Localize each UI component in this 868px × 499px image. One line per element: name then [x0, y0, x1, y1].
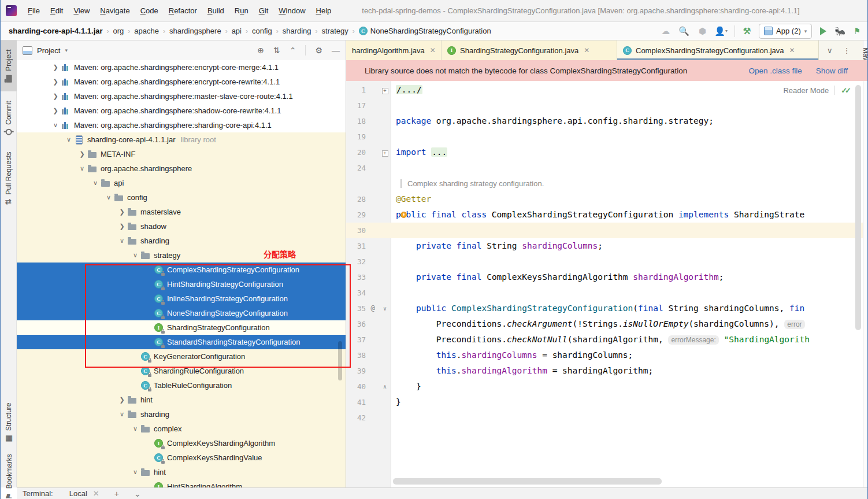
- sidebar-item-structure[interactable]: ▦Structure: [1, 394, 17, 450]
- profile-icon[interactable]: 👤▾: [716, 26, 726, 36]
- editor-vertical-scrollbar[interactable]: [855, 85, 861, 330]
- chevron-expanded-icon[interactable]: ∨: [117, 411, 127, 418]
- tree-row[interactable]: ❯Maven: org.apache.shardingsphere:encryp…: [17, 75, 346, 89]
- tree-row[interactable]: ❯hint: [17, 393, 346, 407]
- sidebar-item-commit[interactable]: Commit: [1, 94, 17, 142]
- breadcrumb-item[interactable]: CNoneShardingStrategyConfiguration: [359, 27, 491, 35]
- sidebar-item-project[interactable]: Project: [1, 40, 17, 91]
- breadcrumb-item[interactable]: apache: [134, 27, 159, 35]
- chevron-down-icon[interactable]: ∨: [827, 46, 833, 55]
- terminal-label[interactable]: Terminal:: [23, 489, 53, 498]
- chevron-collapsed-icon[interactable]: ❯: [50, 93, 61, 100]
- reader-mode-widget[interactable]: Reader Mode ✓✓: [783, 86, 851, 95]
- fold-open-icon[interactable]: ∨: [380, 301, 390, 316]
- chevron-expanded-icon[interactable]: ∨: [117, 237, 127, 245]
- tree-row[interactable]: CComplexKeysShardingValue: [17, 450, 346, 465]
- expand-all-icon[interactable]: ⇅: [273, 46, 280, 55]
- build-hammer-icon[interactable]: ⚒: [743, 26, 751, 36]
- chevron-collapsed-icon[interactable]: ❯: [117, 208, 127, 216]
- fold-plus-icon[interactable]: +: [380, 82, 390, 98]
- more-options-icon[interactable]: ⋮: [843, 46, 851, 55]
- breadcrumb-item[interactable]: strategy: [322, 27, 348, 35]
- fold-plus-icon[interactable]: +: [380, 145, 390, 160]
- chevron-collapsed-icon[interactable]: ❯: [117, 396, 127, 404]
- sidebar-item-pull-requests[interactable]: ⇅Pull Requests: [1, 146, 17, 210]
- close-icon[interactable]: ✕: [584, 46, 589, 54]
- inspections-ok-icon[interactable]: ✓✓: [841, 86, 851, 95]
- chevron-collapsed-icon[interactable]: ❯: [50, 78, 61, 86]
- menu-item-file[interactable]: File: [23, 0, 45, 22]
- terminal-tab-local[interactable]: Local ✕: [69, 489, 99, 498]
- tree-row[interactable]: ❯Maven: org.apache.shardingsphere:master…: [17, 89, 346, 104]
- chevron-down-icon[interactable]: ▾: [65, 47, 68, 53]
- tree-row[interactable]: ∨api: [17, 176, 346, 190]
- tree-row[interactable]: ∨complex: [17, 422, 346, 436]
- chevron-collapsed-icon[interactable]: ❯: [50, 64, 61, 71]
- chevron-collapsed-icon[interactable]: ❯: [50, 107, 61, 114]
- chevron-expanded-icon[interactable]: ∨: [103, 194, 114, 201]
- menu-item-edit[interactable]: Edit: [45, 0, 68, 22]
- close-icon[interactable]: ✕: [93, 489, 99, 498]
- editor-tab[interactable]: IShardingStrategyConfiguration.java✕: [442, 40, 617, 60]
- settings-gear-icon[interactable]: ⚙: [315, 46, 322, 55]
- breadcrumb-item[interactable]: org: [113, 27, 124, 35]
- tree-row[interactable]: ❯Maven: org.apache.shardingsphere:encryp…: [17, 60, 346, 75]
- open-class-file-link[interactable]: Open .class file: [748, 66, 802, 75]
- chevron-expanded-icon[interactable]: ∨: [50, 121, 61, 129]
- run-icon[interactable]: [820, 27, 826, 35]
- new-terminal-icon[interactable]: +: [114, 489, 119, 498]
- tree-row[interactable]: ∨sharding-core-api-4.1.1.jarlibrary root: [17, 132, 346, 147]
- menu-item-help[interactable]: Help: [311, 0, 337, 22]
- reader-mode-label[interactable]: Reader Mode: [783, 86, 829, 95]
- project-panel-title[interactable]: Project: [37, 46, 60, 55]
- coverage-icon[interactable]: ⚑: [854, 26, 859, 36]
- close-icon[interactable]: ✕: [430, 46, 436, 54]
- tree-row[interactable]: ❯Maven: org.apache.shardingsphere:shadow…: [17, 104, 346, 118]
- tree-row[interactable]: CStandardShardingStrategyConfiguration: [17, 335, 346, 349]
- close-icon[interactable]: ✕: [789, 46, 795, 54]
- chevron-expanded-icon[interactable]: ∨: [90, 179, 101, 187]
- chevron-expanded-icon[interactable]: ∨: [130, 252, 140, 259]
- tree-row[interactable]: ∨config: [17, 190, 346, 205]
- tree-row[interactable]: CInlineShardingStrategyConfiguration: [17, 291, 346, 306]
- tree-row[interactable]: ❯masterslave: [17, 205, 346, 219]
- tree-row[interactable]: ❯shadow: [17, 219, 346, 234]
- cloud-icon[interactable]: ☁: [661, 26, 671, 36]
- chevron-expanded-icon[interactable]: ∨: [77, 165, 87, 172]
- breadcrumb-item[interactable]: shardingsphere: [169, 27, 221, 35]
- menu-item-code[interactable]: Code: [135, 0, 164, 22]
- tree-row[interactable]: CShardingRuleConfiguration: [17, 364, 346, 378]
- intention-bulb-icon[interactable]: [400, 212, 407, 218]
- menu-item-build[interactable]: Build: [202, 0, 229, 22]
- tree-row[interactable]: IShardingStrategyConfiguration: [17, 320, 346, 335]
- tree-row[interactable]: IComplexKeysShardingAlgorithm: [17, 436, 346, 450]
- editor-tab[interactable]: hardingAlgorithm.java✕: [346, 40, 442, 60]
- show-diff-link[interactable]: Show diff: [816, 66, 848, 75]
- editor-body[interactable]: 1+/.../1718package org.apache.shardingsp…: [346, 81, 863, 487]
- sidebar-item-bookmarks[interactable]: ⚑Bookmarks: [1, 452, 17, 499]
- tree-row[interactable]: CNoneShardingStrategyConfiguration: [17, 306, 346, 320]
- editor-horizontal-scrollbar[interactable]: [393, 478, 662, 485]
- menu-item-git[interactable]: Git: [254, 0, 274, 22]
- chevron-expanded-icon[interactable]: ∨: [64, 136, 74, 143]
- locate-file-icon[interactable]: ⊕: [257, 46, 264, 55]
- chevron-expanded-icon[interactable]: ∨: [130, 468, 140, 476]
- chevron-collapsed-icon[interactable]: ❯: [77, 150, 87, 158]
- tree-row[interactable]: CTableRuleConfiguration: [17, 378, 346, 393]
- tree-row[interactable]: ∨sharding: [17, 234, 346, 248]
- tree-row[interactable]: ∨sharding: [17, 407, 346, 422]
- search-everywhere-icon[interactable]: 🔍: [679, 26, 689, 36]
- debug-icon[interactable]: 🐜: [834, 26, 845, 36]
- tree-row[interactable]: ∨Maven: org.apache.shardingsphere:shardi…: [17, 118, 346, 132]
- breadcrumb-item[interactable]: api: [232, 27, 242, 35]
- tree-row[interactable]: CComplexShardingStrategyConfiguration: [17, 263, 346, 277]
- breadcrumb-item[interactable]: config: [252, 27, 272, 35]
- tree-row[interactable]: ∨strategy: [17, 248, 346, 263]
- tree-row[interactable]: IHintShardingAlgorithm: [17, 479, 346, 487]
- menu-item-run[interactable]: Run: [229, 0, 254, 22]
- fold-close-icon[interactable]: ∧: [380, 379, 390, 394]
- chevron-expanded-icon[interactable]: ∨: [130, 425, 140, 433]
- hexagon-icon[interactable]: ⬢: [698, 26, 708, 36]
- breadcrumb-item[interactable]: sharding: [283, 27, 311, 35]
- menu-item-window[interactable]: Window: [273, 0, 310, 22]
